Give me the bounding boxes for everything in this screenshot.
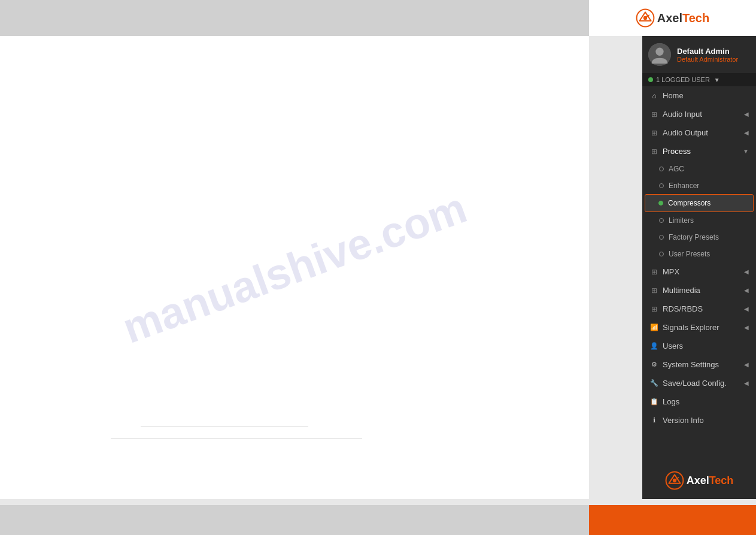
rds-arrow: ◀ [744,306,749,312]
sidebar-item-rds-rbds[interactable]: ⊞ RDS/RBDS ◀ [642,300,756,318]
bottom-bar-left [0,505,589,535]
sidebar-item-label-factory-presets: Factory Presets [669,233,719,241]
sidebar-item-save-load[interactable]: 🔧 Save/Load Config. ◀ [642,374,756,392]
logo-ax: Axel [657,11,682,25]
sidebar-item-signals-explorer[interactable]: 📶 Signals Explorer ◀ [642,318,756,337]
sidebar-item-audio-input[interactable]: ⊞ Audio Input ◀ [642,105,756,123]
version-icon: ℹ [649,416,659,424]
sidebar-item-label-audio-input: Audio Input [663,110,740,119]
logged-dot [648,77,653,82]
rds-icon: ⊞ [649,305,659,313]
factory-presets-dot [659,235,664,240]
decorative-line-2 [111,439,362,439]
sidebar-item-home[interactable]: ⌂ Home [642,86,756,105]
user-profile: Default Admin Default Administrator [642,36,756,73]
sidebar: Default Admin Default Administrator 1 LO… [642,36,756,499]
logged-text: 1 LOGGED USER [656,76,710,83]
audio-input-icon: ⊞ [649,110,659,119]
audio-output-arrow: ◀ [744,129,749,136]
sidebar-item-label-mpx: MPX [663,267,740,276]
save-icon: 🔧 [649,379,659,387]
enhancer-dot [659,183,664,188]
process-arrow: ▼ [743,148,749,155]
sidebar-logo-area: AxelTech [642,462,756,499]
main-content: manualshive.com [0,36,589,499]
top-right-logo-area: AxelTech [589,0,756,36]
sidebar-item-label-audio-output: Audio Output [663,128,740,137]
sidebar-item-label-agc: AGC [669,165,684,173]
sidebar-item-label-logs: Logs [663,397,749,406]
sidebar-item-process[interactable]: ⊞ Process ▼ [642,142,756,161]
sidebar-item-label-rds-rbds: RDS/RBDS [663,304,740,313]
compressors-dot [658,201,663,205]
axeltech-logo-sidebar: AxelTech [665,471,734,490]
decorative-line-1 [141,427,308,427]
sidebar-item-users[interactable]: 👤 Users [642,337,756,355]
process-icon: ⊞ [649,147,659,156]
axeltech-logo-top: AxelTech [636,8,709,28]
signals-icon: 📶 [649,324,659,331]
limiters-dot [659,218,664,223]
signals-arrow: ◀ [744,324,749,331]
logged-user-bar[interactable]: 1 LOGGED USER ▼ [642,73,756,86]
logs-icon: 📋 [649,398,659,406]
sidebar-item-label-system-settings: System Settings [663,360,740,369]
bottom-bar-right [589,505,756,535]
sidebar-item-limiters[interactable]: Limiters [642,212,756,229]
logo-el: Tech [682,11,709,25]
mpx-icon: ⊞ [649,268,659,276]
sidebar-item-label-signals-explorer: Signals Explorer [663,323,740,332]
settings-icon: ⚙ [649,361,659,368]
sidebar-item-logs[interactable]: 📋 Logs [642,392,756,411]
svg-point-3 [655,48,663,56]
sidebar-logo-text: AxelTech [687,474,734,487]
audio-output-icon: ⊞ [649,129,659,137]
watermark: manualshive.com [116,183,473,353]
sidebar-item-version-info[interactable]: ℹ Version Info [642,411,756,430]
sidebar-item-label-save-load: Save/Load Config. [663,379,740,388]
sidebar-item-agc[interactable]: AGC [642,161,756,177]
sidebar-item-compressors[interactable]: Compressors [645,194,754,212]
home-icon: ⌂ [649,92,659,100]
top-bar [0,0,589,36]
sidebar-item-factory-presets[interactable]: Factory Presets [642,229,756,246]
sidebar-item-label-user-presets: User Presets [669,250,710,258]
sidebar-item-label-version-info: Version Info [663,416,749,425]
sidebar-item-user-presets[interactable]: User Presets [642,246,756,262]
sidebar-item-enhancer[interactable]: Enhancer [642,177,756,194]
user-role: Default Administrator [677,56,738,63]
multimedia-icon: ⊞ [649,286,659,295]
axeltech-logo-icon [636,8,655,28]
audio-input-arrow: ◀ [744,111,749,117]
sidebar-item-system-settings[interactable]: ⚙ System Settings ◀ [642,355,756,374]
sidebar-item-label-home: Home [663,91,749,100]
sidebar-item-label-limiters: Limiters [669,216,694,225]
avatar [648,43,671,66]
settings-arrow: ◀ [744,361,749,368]
save-arrow: ◀ [744,380,749,386]
sidebar-item-label-users: Users [663,341,749,350]
axeltech-text-top: AxelTech [657,11,709,25]
sidebar-item-label-multimedia: Multimedia [663,286,740,295]
sidebar-item-label-enhancer: Enhancer [669,182,699,190]
user-info: Default Admin Default Administrator [677,47,738,63]
logged-arrow: ▼ [714,77,720,83]
avatar-icon [648,43,671,66]
sidebar-item-mpx[interactable]: ⊞ MPX ◀ [642,262,756,281]
multimedia-arrow: ◀ [744,287,749,294]
sidebar-item-label-compressors: Compressors [668,199,711,207]
sidebar-item-label-process: Process [663,147,739,156]
users-icon: 👤 [649,342,659,350]
agc-dot [659,167,664,171]
sidebar-item-audio-output[interactable]: ⊞ Audio Output ◀ [642,123,756,142]
user-presets-dot [659,252,664,256]
sidebar-logo-el: Tech [709,474,734,486]
mpx-arrow: ◀ [744,268,749,275]
sidebar-logo-ax: Axel [687,474,709,486]
axeltech-logo-sidebar-icon [665,471,684,490]
sidebar-item-multimedia[interactable]: ⊞ Multimedia ◀ [642,281,756,300]
user-name: Default Admin [677,47,738,56]
